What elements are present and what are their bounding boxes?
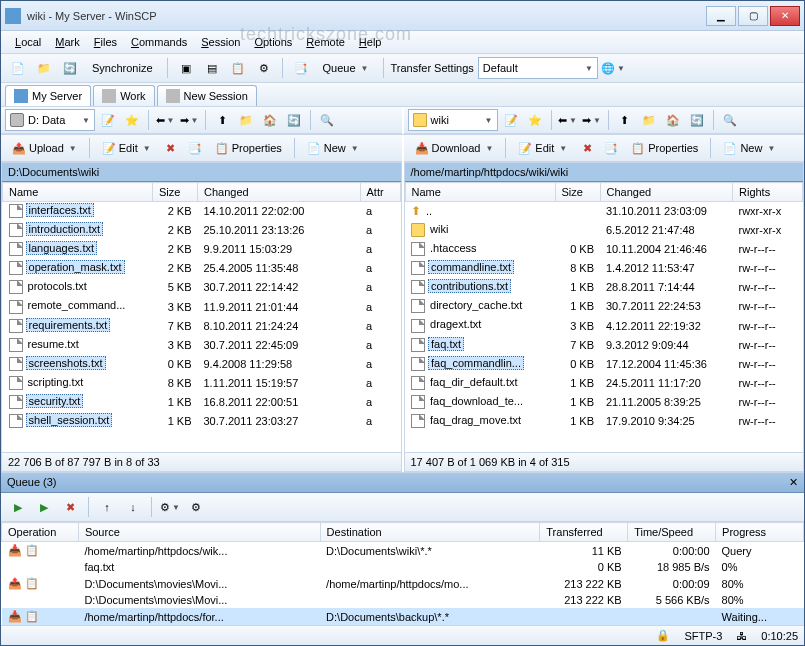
- remote-refresh-icon[interactable]: 🔄: [686, 109, 708, 131]
- table-row[interactable]: screenshots.txt0 KB9.4.2008 11:29:58a: [3, 354, 401, 373]
- local-delete-icon[interactable]: ✖: [160, 137, 182, 159]
- local-edit-button[interactable]: 📝 Edit ▼: [95, 137, 158, 159]
- queue-button[interactable]: Queue▼: [316, 57, 376, 79]
- col-time/speed[interactable]: Time/Speed: [628, 523, 716, 542]
- queue-list[interactable]: OperationSourceDestinationTransferredTim…: [1, 522, 804, 625]
- local-props-button[interactable]: 📋 Properties: [208, 137, 289, 159]
- table-row[interactable]: faq_commandlin...0 KB17.12.2004 11:45:36…: [405, 354, 803, 373]
- table-row[interactable]: security.txt1 KB16.8.2011 22:00:51a: [3, 392, 401, 411]
- col-attr[interactable]: Attr: [360, 183, 400, 202]
- col-progress[interactable]: Progress: [716, 523, 804, 542]
- col-changed[interactable]: Changed: [198, 183, 361, 202]
- queue-row[interactable]: D:\Documents\movies\Movi...213 222 KB5 5…: [2, 592, 804, 608]
- table-row[interactable]: .htaccess0 KB10.11.2004 21:46:46rw-r--r-…: [405, 240, 803, 259]
- col-destination[interactable]: Destination: [320, 523, 540, 542]
- menu-commands[interactable]: Commands: [125, 34, 193, 50]
- remote-bookmarks-icon[interactable]: ⭐: [524, 109, 546, 131]
- menu-remote[interactable]: Remote: [300, 34, 351, 50]
- maximize-button[interactable]: ▢: [738, 6, 768, 26]
- local-home-icon[interactable]: 🏠: [259, 109, 281, 131]
- new-session-icon[interactable]: 📄: [7, 57, 29, 79]
- synchronize-button[interactable]: Synchronize: [85, 57, 160, 79]
- table-row[interactable]: ⬆ ..31.10.2011 23:03:09rwxr-xr-x: [405, 202, 803, 221]
- menu-local[interactable]: Local: [9, 34, 47, 50]
- table-row[interactable]: remote_command...3 KB11.9.2011 21:01:44a: [3, 297, 401, 316]
- col-size[interactable]: Size: [555, 183, 600, 202]
- table-row[interactable]: faq_drag_move.txt1 KB17.9.2010 9:34:25rw…: [405, 411, 803, 430]
- menu-help[interactable]: Help: [353, 34, 388, 50]
- remote-copy-icon[interactable]: 📑: [600, 137, 622, 159]
- local-root-icon[interactable]: 📁: [235, 109, 257, 131]
- col-rights[interactable]: Rights: [733, 183, 803, 202]
- session-tab-new-session[interactable]: New Session: [157, 85, 257, 106]
- transfer-settings-combo[interactable]: Default▼: [478, 57, 598, 79]
- local-bookmarks-icon[interactable]: ⭐: [121, 109, 143, 131]
- col-transferred[interactable]: Transferred: [540, 523, 628, 542]
- menu-mark[interactable]: Mark: [49, 34, 85, 50]
- queue-close-icon[interactable]: ✕: [789, 476, 798, 489]
- remote-fwd-icon[interactable]: ➡▼: [581, 109, 603, 131]
- table-row[interactable]: requirements.txt7 KB8.10.2011 21:24:24a: [3, 316, 401, 335]
- table-row[interactable]: shell_session.txt1 KB30.7.2011 23:03:27a: [3, 412, 401, 431]
- local-filter-icon[interactable]: 📝: [97, 109, 119, 131]
- remote-new-button[interactable]: 📄 New ▼: [716, 137, 782, 159]
- queue-play-icon[interactable]: ▶: [33, 496, 55, 518]
- queue-go-icon[interactable]: ▶: [7, 496, 29, 518]
- queue-row[interactable]: 📤 📋D:\Documents\movies\Movi.../home/mart…: [2, 575, 804, 592]
- col-name[interactable]: Name: [405, 183, 555, 202]
- sync-icon[interactable]: 🔄: [59, 57, 81, 79]
- local-up-icon[interactable]: ⬆: [211, 109, 233, 131]
- remote-home-icon[interactable]: 🏠: [662, 109, 684, 131]
- session-tab-my-server[interactable]: My Server: [5, 85, 91, 106]
- queue-toggle-icon[interactable]: 📑: [290, 57, 312, 79]
- table-row[interactable]: scripting.txt8 KB1.11.2011 15:19:57a: [3, 373, 401, 392]
- local-file-list[interactable]: NameSizeChangedAttr interfaces.txt2 KB14…: [2, 182, 401, 452]
- table-row[interactable]: operation_mask.txt2 KB25.4.2005 11:35:48…: [3, 259, 401, 278]
- terminal-icon[interactable]: ▤: [201, 57, 223, 79]
- local-new-button[interactable]: 📄 New ▼: [300, 137, 366, 159]
- options-icon[interactable]: ⚙: [253, 57, 275, 79]
- table-row[interactable]: commandline.txt8 KB1.4.2012 11:53:47rw-r…: [405, 259, 803, 278]
- menu-files[interactable]: Files: [88, 34, 123, 50]
- close-button[interactable]: ✕: [770, 6, 800, 26]
- local-copy-icon[interactable]: 📑: [184, 137, 206, 159]
- remote-file-list[interactable]: NameSizeChangedRights⬆ ..31.10.2011 23:0…: [405, 182, 804, 452]
- remote-root-icon[interactable]: 📁: [638, 109, 660, 131]
- table-row[interactable]: faq.txt7 KB9.3.2012 9:09:44rw-r--r--: [405, 335, 803, 354]
- remote-edit-button[interactable]: 📝 Edit ▼: [511, 137, 574, 159]
- queue-gear-icon[interactable]: ⚙: [185, 496, 207, 518]
- table-row[interactable]: resume.txt3 KB30.7.2011 22:45:09a: [3, 335, 401, 354]
- local-fwd-icon[interactable]: ➡▼: [178, 109, 200, 131]
- remote-up-icon[interactable]: ⬆: [614, 109, 636, 131]
- table-row[interactable]: dragext.txt3 KB4.12.2011 22:19:32rw-r--r…: [405, 316, 803, 335]
- minimize-button[interactable]: ▁: [706, 6, 736, 26]
- col-operation[interactable]: Operation: [2, 523, 79, 542]
- col-name[interactable]: Name: [3, 183, 153, 202]
- upload-button[interactable]: 📤 Upload ▼: [5, 137, 84, 159]
- transfer-config-icon[interactable]: 🌐▼: [602, 57, 624, 79]
- menu-session[interactable]: Session: [195, 34, 246, 50]
- col-size[interactable]: Size: [153, 183, 198, 202]
- log-icon[interactable]: 📋: [227, 57, 249, 79]
- queue-stop-icon[interactable]: ✖: [59, 496, 81, 518]
- col-changed[interactable]: Changed: [600, 183, 733, 202]
- queue-down-icon[interactable]: ↓: [122, 496, 144, 518]
- local-path[interactable]: D:\Documents\wiki: [2, 163, 401, 182]
- table-row[interactable]: faq_download_te...1 KB21.11.2005 8:39:25…: [405, 392, 803, 411]
- table-row[interactable]: faq_dir_default.txt1 KB24.5.2011 11:17:2…: [405, 373, 803, 392]
- table-row[interactable]: directory_cache.txt1 KB30.7.2011 22:24:5…: [405, 297, 803, 316]
- sites-icon[interactable]: 📁: [33, 57, 55, 79]
- queue-up-icon[interactable]: ↑: [96, 496, 118, 518]
- remote-delete-icon[interactable]: ✖: [576, 137, 598, 159]
- remote-props-button[interactable]: 📋 Properties: [624, 137, 705, 159]
- remote-path[interactable]: /home/martinp/httpdocs/wiki/wiki: [405, 163, 804, 182]
- queue-options-icon[interactable]: ⚙▼: [159, 496, 181, 518]
- table-row[interactable]: contributions.txt1 KB28.8.2011 7:14:44rw…: [405, 278, 803, 297]
- remote-back-icon[interactable]: ⬅▼: [557, 109, 579, 131]
- remote-filter-icon[interactable]: 📝: [500, 109, 522, 131]
- local-refresh-icon[interactable]: 🔄: [283, 109, 305, 131]
- table-row[interactable]: wiki6.5.2012 21:47:48rwxr-xr-x: [405, 221, 803, 240]
- queue-row[interactable]: 📥 📋/home/martinp/httpdocs/for...D:\Docum…: [2, 608, 804, 625]
- queue-row[interactable]: 📥 📋/home/martinp/httpdocs/wik...D:\Docum…: [2, 542, 804, 560]
- local-drive-combo[interactable]: D: Data▼: [5, 109, 95, 131]
